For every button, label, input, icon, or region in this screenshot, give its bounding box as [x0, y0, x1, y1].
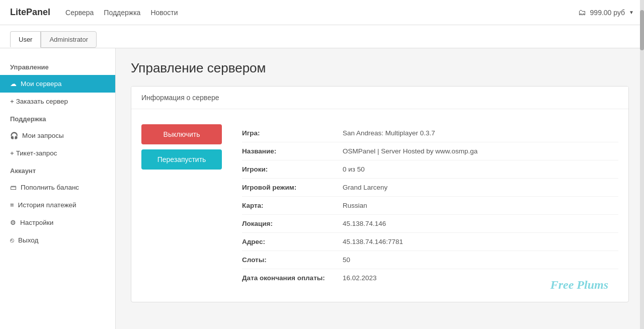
nav-news-link[interactable]: Новости — [150, 9, 178, 17]
info-value-map: Russian — [343, 202, 618, 209]
sidebar-item-topup[interactable]: 🗃 Пополнить баланс — [0, 179, 115, 196]
sidebar-item-payments[interactable]: ≡ История платежей — [0, 196, 115, 214]
info-row-game: Игра: San Andreas: Multiplayer 0.3.7 — [242, 124, 618, 142]
restart-button[interactable]: Перезапустить — [141, 149, 222, 170]
info-label-location: Локация: — [242, 220, 343, 227]
info-label-map: Карта: — [242, 202, 343, 209]
info-value-address: 45.138.74.146:7781 — [343, 238, 618, 245]
sidebar-section-account: Аккаунт — [0, 162, 115, 179]
sidebar-item-new-ticket[interactable]: + Тикет-запрос — [0, 144, 115, 162]
info-value-gamemode: Grand Larceny — [343, 184, 618, 191]
info-value-slots: 50 — [343, 256, 618, 264]
headphones-icon: 🎧 — [10, 132, 18, 139]
logout-icon: ⎋ — [10, 236, 14, 244]
navbar: LitePanel Сервера Поддержка Новости 🗂 99… — [0, 0, 644, 25]
wallet-topup-icon: 🗃 — [10, 184, 17, 191]
info-label-address: Адрес: — [242, 238, 343, 245]
info-label-name: Название: — [242, 147, 343, 155]
server-card: Информация о сервере Выключить Перезапус… — [131, 86, 629, 302]
server-controls: Выключить Перезапустить — [141, 124, 222, 287]
info-label-gamemode: Игровой режим: — [242, 184, 343, 191]
info-label-slots: Слоты: — [242, 256, 343, 264]
info-row-expiry: Дата окончания оплаты: 16.02.2023 Free P… — [242, 269, 618, 287]
nav-menu: Сервера Поддержка Новости — [65, 9, 178, 17]
balance-dropdown-arrow: ▼ — [629, 10, 634, 15]
balance-display[interactable]: 🗂 999.00 руб ▼ — [578, 8, 634, 17]
info-value-expiry: 16.02.2023 — [343, 274, 618, 282]
list-icon: ≡ — [10, 201, 14, 209]
nav-support-link[interactable]: Поддержка — [104, 9, 140, 17]
nav-servers-link[interactable]: Сервера — [65, 9, 94, 17]
info-label-players: Игроки: — [242, 166, 343, 173]
server-card-header: Информация о сервере — [131, 87, 628, 109]
page-container: Управление ☁ Мои сервера + Заказать серв… — [0, 48, 644, 329]
sidebar-item-settings[interactable]: ⚙ Настройки — [0, 214, 115, 231]
cloud-icon: ☁ — [10, 80, 17, 88]
sidebar: Управление ☁ Мои сервера + Заказать серв… — [0, 48, 116, 329]
balance-amount: 999.00 руб — [590, 9, 625, 17]
info-row-location: Локация: 45.138.74.146 — [242, 215, 618, 233]
info-label-game: Игра: — [242, 129, 343, 137]
server-card-body: Выключить Перезапустить Игра: San Andrea… — [131, 109, 628, 302]
info-value-game: San Andreas: Multiplayer 0.3.7 — [343, 129, 618, 137]
role-tabs: User Administrator — [0, 25, 644, 48]
sidebar-section-manage: Управление — [0, 58, 115, 75]
info-row-map: Карта: Russian — [242, 197, 618, 215]
info-row-slots: Слоты: 50 — [242, 251, 618, 269]
info-row-gamemode: Игровой режим: Grand Larceny — [242, 179, 618, 197]
brand-logo: LitePanel — [10, 7, 50, 18]
sidebar-item-my-tickets[interactable]: 🎧 Мои запросы — [0, 127, 115, 144]
gear-icon: ⚙ — [10, 219, 16, 226]
tab-user[interactable]: User — [10, 31, 41, 48]
info-label-expiry: Дата окончания оплаты: — [242, 274, 343, 282]
sidebar-item-my-servers[interactable]: ☁ Мои сервера — [0, 75, 115, 93]
info-value-players: 0 из 50 — [343, 166, 618, 173]
info-value-location: 45.138.74.146 — [343, 220, 618, 227]
tab-administrator[interactable]: Administrator — [41, 31, 97, 48]
sidebar-item-logout[interactable]: ⎋ Выход — [0, 231, 115, 249]
info-value-name: OSMPanel | Server Hosted by www.osmp.ga — [343, 147, 618, 155]
scrollbar-thumb[interactable] — [640, 10, 644, 50]
page-title: Управление сервером — [131, 60, 629, 76]
wallet-icon: 🗂 — [578, 8, 586, 17]
server-info: Игра: San Andreas: Multiplayer 0.3.7 Наз… — [242, 124, 618, 287]
sidebar-item-order-server[interactable]: + Заказать сервер — [0, 93, 115, 110]
sidebar-section-support: Поддержка — [0, 110, 115, 127]
scrollbar-track[interactable] — [640, 0, 644, 329]
info-row-name: Название: OSMPanel | Server Hosted by ww… — [242, 142, 618, 160]
main-content: Управление сервером Информация о сервере… — [116, 48, 644, 329]
info-row-players: Игроки: 0 из 50 — [242, 160, 618, 179]
shutdown-button[interactable]: Выключить — [141, 124, 222, 144]
info-row-address: Адрес: 45.138.74.146:7781 — [242, 233, 618, 251]
